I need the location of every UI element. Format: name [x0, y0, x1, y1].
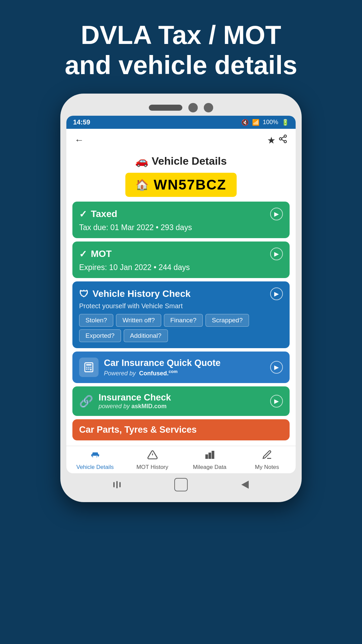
- powered-by-label: Powered by: [104, 370, 136, 377]
- nav-mileage-data-label: Mileage Data: [193, 464, 226, 471]
- svg-rect-10: [86, 369, 87, 370]
- svg-point-1: [280, 138, 282, 140]
- nav-my-notes[interactable]: My Notes: [238, 449, 296, 471]
- car-parts-card[interactable]: Car Parts, Tyres & Services: [72, 419, 290, 440]
- svg-rect-8: [88, 367, 89, 368]
- svg-point-0: [284, 135, 287, 138]
- mot-title: ✓ MOT: [79, 249, 112, 260]
- insurance-check-card[interactable]: 🔗 Insurance Check powered by askMID.com …: [72, 386, 290, 416]
- phone-btn-back[interactable]: [241, 481, 249, 489]
- svg-rect-15: [206, 455, 207, 459]
- svg-rect-12: [90, 369, 92, 370]
- phone-camera-1: [188, 103, 198, 112]
- battery-icon: 🔋: [282, 119, 289, 126]
- phone-btn-home[interactable]: [174, 478, 188, 491]
- tag-additional[interactable]: Additional?: [124, 329, 168, 342]
- nav-mot-history[interactable]: MOT History: [124, 449, 181, 471]
- history-check-arrow[interactable]: ▶: [270, 287, 283, 300]
- nav-mot-history-label: MOT History: [136, 464, 168, 471]
- license-plate[interactable]: 🏠 WN57BCZ: [125, 173, 236, 197]
- history-check-card[interactable]: 🛡 Vehicle History Check ▶ Protect yourse…: [72, 281, 290, 348]
- app-content: 🚗 Vehicle Details 🏠 WN57BCZ ✓ Taxed: [66, 151, 296, 446]
- askmid-brand: askMID.com: [131, 403, 167, 410]
- nav-my-notes-icon: [262, 449, 273, 463]
- calculator-icon: [79, 358, 99, 377]
- history-check-tags: Stolen? Written off? Finance? Scrapped? …: [79, 314, 283, 342]
- car-parts-title: Car Parts, Tyres & Services: [79, 425, 197, 435]
- mot-card[interactable]: ✓ MOT ▶ Expires: 10 Jan 2022 • 244 days: [72, 241, 290, 278]
- insurance-check-subtitle: powered by askMID.com: [99, 403, 171, 410]
- insurance-check-arrow[interactable]: ▶: [270, 395, 283, 408]
- confused-dot: com: [169, 369, 178, 374]
- phone-btn-recents[interactable]: [113, 481, 121, 488]
- plate-number: WN57BCZ: [154, 177, 226, 193]
- shield-icon: 🛡: [79, 288, 88, 300]
- header-line2: and vehicle details: [65, 50, 297, 80]
- nav-mileage-data-icon: [204, 449, 215, 463]
- mot-arrow[interactable]: ▶: [270, 248, 283, 260]
- app-header: ← ★: [66, 129, 296, 151]
- check-icon-mot: ✓: [79, 249, 87, 260]
- phone-frame: 14:59 🔇 📶 100% 🔋 ← ★: [60, 94, 302, 502]
- status-icons: 🔇 📶 100% 🔋: [241, 119, 289, 126]
- svg-rect-6: [86, 364, 92, 366]
- mute-icon: 🔇: [241, 119, 249, 126]
- header-line1: DVLA Tax / MOT: [81, 20, 281, 50]
- svg-point-2: [284, 141, 287, 143]
- svg-rect-17: [212, 451, 214, 459]
- taxed-title: ✓ Taxed: [79, 209, 117, 220]
- battery-text: 100%: [263, 119, 278, 126]
- share-button[interactable]: ★: [267, 134, 288, 146]
- nav-mileage-data[interactable]: Mileage Data: [181, 449, 238, 471]
- tag-scrapped[interactable]: Scrapped?: [205, 314, 249, 327]
- nav-mot-history-icon: [147, 449, 158, 463]
- status-bar: 14:59 🔇 📶 100% 🔋: [66, 116, 296, 129]
- insurance-check-inner: 🔗 Insurance Check powered by askMID.com: [79, 392, 171, 410]
- taxed-subtitle: Tax due: 01 Mar 2022 • 293 days: [79, 223, 283, 232]
- nav-vehicle-details[interactable]: Vehicle Details: [66, 449, 124, 471]
- tag-stolen[interactable]: Stolen?: [79, 314, 113, 327]
- check-icon-taxed: ✓: [79, 209, 87, 220]
- phone-bottom-buttons: [66, 473, 296, 495]
- car-insurance-inner: Car Insurance Quick Quote Powered by Con…: [79, 358, 221, 377]
- page-header: DVLA Tax / MOT and vehicle details: [51, 0, 311, 94]
- tag-finance[interactable]: Finance?: [164, 314, 203, 327]
- bottom-nav: Vehicle Details MOT History: [66, 446, 296, 473]
- taxed-arrow[interactable]: ▶: [270, 208, 283, 220]
- phone-screen: 14:59 🔇 📶 100% 🔋 ← ★: [66, 116, 296, 473]
- vehicle-details-title-section: 🚗 Vehicle Details: [72, 151, 290, 173]
- svg-line-3: [282, 140, 284, 141]
- car-insurance-text: Car Insurance Quick Quote Powered by Con…: [104, 358, 221, 377]
- wifi-icon: 📶: [252, 119, 259, 126]
- svg-rect-11: [88, 369, 89, 370]
- history-check-description: Protect yourself with Vehicle Smart: [79, 302, 283, 310]
- back-button[interactable]: ←: [74, 135, 84, 146]
- status-time: 14:59: [73, 118, 90, 126]
- car-insurance-title: Car Insurance Quick Quote: [104, 358, 221, 368]
- insurance-check-title: Insurance Check: [99, 392, 171, 403]
- vehicle-details-title: 🚗 Vehicle Details: [72, 155, 290, 167]
- tag-written-off[interactable]: Written off?: [116, 314, 161, 327]
- nav-vehicle-details-label: Vehicle Details: [76, 464, 114, 471]
- taxed-card[interactable]: ✓ Taxed ▶ Tax due: 01 Mar 2022 • 293 day…: [72, 202, 290, 238]
- svg-line-4: [282, 137, 284, 139]
- phone-notch: [66, 103, 296, 112]
- tag-exported[interactable]: Exported?: [79, 329, 121, 342]
- svg-rect-9: [90, 367, 92, 368]
- mot-subtitle: Expires: 10 Jan 2022 • 244 days: [79, 263, 283, 272]
- plate-garage-icon: 🏠: [135, 178, 149, 191]
- nav-vehicle-details-icon: [90, 449, 101, 463]
- nav-my-notes-label: My Notes: [255, 464, 279, 471]
- link-icon: 🔗: [79, 394, 93, 408]
- confused-brand: Confused.com: [139, 370, 178, 377]
- car-insurance-subtitle: Powered by Confused.com: [104, 369, 221, 377]
- license-plate-container: 🏠 WN57BCZ: [72, 173, 290, 197]
- car-insurance-card[interactable]: Car Insurance Quick Quote Powered by Con…: [72, 352, 290, 383]
- svg-rect-16: [209, 453, 210, 459]
- phone-speaker: [149, 105, 182, 111]
- history-check-title: 🛡 Vehicle History Check: [79, 288, 191, 300]
- car-insurance-arrow[interactable]: ▶: [270, 361, 283, 374]
- svg-rect-7: [86, 367, 87, 368]
- phone-camera-2: [204, 103, 213, 112]
- insurance-check-text: Insurance Check powered by askMID.com: [99, 392, 171, 410]
